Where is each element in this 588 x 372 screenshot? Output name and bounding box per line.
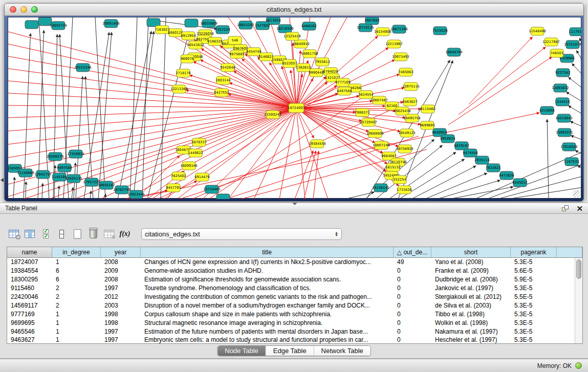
column-header-title[interactable]: title <box>141 247 394 257</box>
column-header-name[interactable]: name <box>7 247 52 257</box>
graph-node[interactable]: 12975115 <box>402 82 420 91</box>
table-cell[interactable]: 19384554 <box>7 267 52 274</box>
table-cell[interactable]: 2009 <box>101 267 141 274</box>
table-cell[interactable]: 0 <box>394 267 431 274</box>
table-cell[interactable]: Yano et al. (2008) <box>431 258 511 266</box>
table-cell[interactable]: 9463627 <box>7 336 52 343</box>
table-cell[interactable]: 14569117 <box>7 302 52 309</box>
graph-node[interactable]: 8912954 <box>181 32 195 40</box>
table-cell[interactable]: 2 <box>52 285 101 292</box>
graph-node[interactable]: 16543812 <box>187 41 204 49</box>
delete-column-button[interactable] <box>86 227 100 240</box>
graph-node[interactable]: 20206576 <box>47 152 64 161</box>
graph-node[interactable]: 9227342 <box>555 69 570 77</box>
splitter-handle[interactable] <box>292 203 297 205</box>
table-cell[interactable]: Franke et al. (2009) <box>431 267 511 274</box>
table-cell[interactable]: de Silva et al. (2003) <box>431 302 511 309</box>
graph-node[interactable]: 18495758 <box>403 114 421 122</box>
show-column-button[interactable] <box>23 227 36 240</box>
table-cell[interactable]: 1998 <box>101 311 141 318</box>
table-row[interactable]: 977716911998Corpus callosum shape and si… <box>7 310 582 318</box>
table-cell[interactable]: Investigating the contribution of common… <box>141 293 394 300</box>
table-cell[interactable]: 5.9E-5 <box>511 276 557 283</box>
graph-node[interactable]: 1117535 <box>569 28 582 36</box>
graph-node[interactable]: 15751074 <box>564 40 581 49</box>
graph-node[interactable]: 8427552 <box>214 89 229 97</box>
table-cell[interactable]: 5.3E-5 <box>511 319 557 326</box>
graph-node[interactable]: 12942757 <box>34 170 52 179</box>
table-cell[interactable]: 0 <box>394 319 431 326</box>
table-cell[interactable]: 9699695 <box>7 319 52 326</box>
graph-node[interactable]: 2718176 <box>176 69 190 77</box>
table-selector-dropdown[interactable]: citations_edges.txt ▲▼ <box>141 228 342 240</box>
graph-node[interactable]: 8958924 <box>440 135 455 143</box>
graph-node[interactable]: 9245012 <box>512 179 527 187</box>
table-cell[interactable]: Tibbo et al. (1998) <box>431 311 511 318</box>
graph-node[interactable]: 12217987 <box>542 38 560 46</box>
table-cell[interactable]: 2008 <box>101 276 141 283</box>
graph-node[interactable]: 16640910 <box>292 40 310 48</box>
table-settings-button[interactable] <box>7 227 20 240</box>
table-scrollbar[interactable] <box>575 258 582 343</box>
minimize-window-button[interactable] <box>20 6 27 13</box>
graph-node[interactable]: 748503 <box>550 49 563 57</box>
function-builder-button[interactable]: f(x) <box>118 227 132 240</box>
graph-node[interactable]: 9699695 <box>420 121 434 129</box>
table-cell[interactable]: 5.3E-5 <box>511 285 557 292</box>
graph-node[interactable]: 6914479 <box>194 173 209 181</box>
table-cell[interactable]: 5.5E-5 <box>511 293 557 300</box>
table-cell[interactable]: 9777169 <box>7 311 52 318</box>
table-cell[interactable]: 9115460 <box>7 285 52 292</box>
graph-node[interactable] <box>185 19 198 27</box>
table-cell[interactable]: Embryonic stem cells: a model to study s… <box>141 336 394 343</box>
graph-node[interactable]: 1615132 <box>385 163 400 171</box>
graph-node[interactable]: 12093832 <box>552 84 569 92</box>
graph-node[interactable]: 20153346 <box>74 63 92 72</box>
column-header-pagerank[interactable]: pagerank <box>511 247 557 257</box>
table-cell[interactable]: 22420046 <box>7 293 52 300</box>
table-cell[interactable]: 0 <box>394 336 431 343</box>
graph-node[interactable]: 9474444 <box>463 149 477 157</box>
graph-node[interactable]: 7986372 <box>355 108 369 117</box>
column-header-out_de[interactable]: △ out_de... <box>394 247 431 257</box>
graph-node[interactable] <box>216 194 230 199</box>
delete-table-button[interactable]: ✕ <box>102 227 116 240</box>
graph-node[interactable]: 9115460 <box>420 105 435 113</box>
graph-node[interactable]: 15992071 <box>556 128 573 137</box>
graph-node[interactable]: 8471626 <box>499 171 514 180</box>
graph-node[interactable]: 19756928 <box>396 145 413 153</box>
graph-node[interactable]: 9463627 <box>402 98 417 106</box>
table-cell[interactable]: 1 <box>52 311 101 318</box>
graph-node[interactable]: 16099348 <box>180 162 198 170</box>
table-cell[interactable]: 5.3E-5 <box>511 328 557 335</box>
column-header-year[interactable]: year <box>101 247 141 257</box>
graph-node[interactable]: 12325419 <box>284 32 301 40</box>
table-cell[interactable]: 2003 <box>101 302 141 309</box>
graph-node[interactable]: 8215958 <box>539 106 554 115</box>
graph-node[interactable]: 7955812 <box>315 58 330 66</box>
table-cell[interactable]: 0 <box>394 285 431 292</box>
table-cell[interactable]: 49 <box>394 258 431 266</box>
graph-node[interactable]: 9875685 <box>229 50 244 58</box>
graph-node[interactable]: 7357224 <box>215 26 230 34</box>
graph-node[interactable]: 9990448 <box>309 69 323 77</box>
table-cell[interactable]: 5.3E-5 <box>511 258 557 266</box>
table-cell[interactable]: 0 <box>394 311 431 318</box>
graph-node[interactable]: 15136141 <box>372 184 389 192</box>
table-row[interactable]: 946362711997Embryonic stem cells: a mode… <box>7 336 582 344</box>
table-row[interactable]: 946554611997Estimation of the future num… <box>7 327 582 336</box>
table-cell[interactable]: 1 <box>52 336 101 343</box>
table-cell[interactable]: 1997 <box>101 336 141 343</box>
graph-node[interactable]: 7515526 <box>432 27 447 35</box>
table-cell[interactable]: 1997 <box>101 285 141 292</box>
table-cell[interactable]: Genome-wide association studies in ADHD. <box>141 267 394 274</box>
table-cell[interactable]: 2 <box>52 302 101 309</box>
graph-node[interactable]: 546 <box>228 36 242 45</box>
panel-collapse-arrow[interactable] <box>1 178 4 182</box>
graph-node[interactable]: 8186328 <box>207 37 222 46</box>
graph-node[interactable]: 15720407 <box>360 118 377 126</box>
graph-node[interactable]: 14055724 <box>50 21 67 30</box>
table-cell[interactable]: 2 <box>52 293 101 300</box>
table-cell[interactable]: 2008 <box>101 258 141 266</box>
table-cell[interactable]: 18300295 <box>7 276 52 283</box>
